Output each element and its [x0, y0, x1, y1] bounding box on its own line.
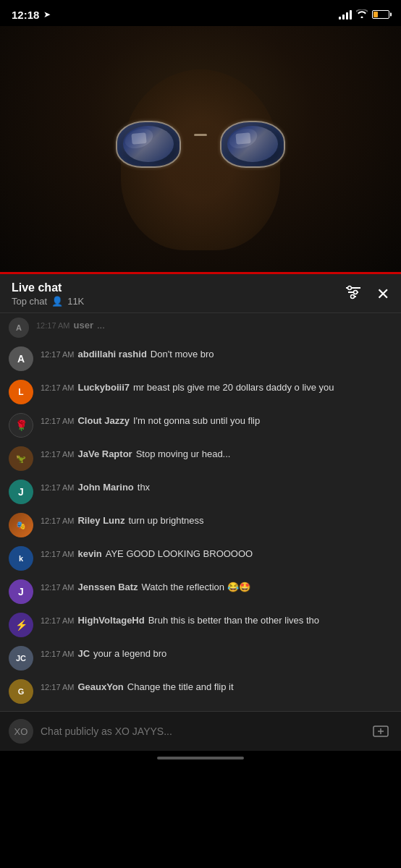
- chat-header-right: ✕: [345, 285, 389, 304]
- close-button[interactable]: ✕: [376, 285, 389, 304]
- chat-input[interactable]: [41, 723, 362, 740]
- chat-message: J 12:17 AM Jenssen Batz Watch the reflec…: [0, 575, 401, 608]
- avatar: JC: [9, 646, 33, 671]
- message-text: I'm not gonna sub until you flip: [133, 414, 260, 427]
- avatar: J: [9, 480, 33, 504]
- video-area: [0, 26, 401, 272]
- chat-message-partial: A 12:17 AM user ...: [0, 316, 401, 342]
- svg-point-5: [351, 295, 355, 299]
- message-text: Bruh this is better than the other lives…: [148, 614, 319, 627]
- message-text: your a legend bro: [93, 647, 166, 660]
- message-time: 12:17 AM: [41, 650, 74, 658]
- chat-message: ⚡ 12:17 AM HighVoltageHd Bruh this is be…: [0, 608, 401, 642]
- message-content: 12:17 AM Riley Lunz turn up brightness: [41, 513, 392, 527]
- people-icon: 👤: [51, 296, 63, 307]
- message-time: 12:17 AM: [41, 550, 74, 558]
- avatar: 🌹: [9, 413, 33, 438]
- chat-messages: A 12:17 AM user ... A 12:17 AM abdillahi…: [0, 313, 401, 711]
- avatar: A: [9, 318, 29, 338]
- home-bar: [157, 757, 244, 760]
- chat-message: k 12:17 AM kevin AYE GOOD LOOKING BROOOO…: [0, 542, 401, 575]
- message-text: turn up brightness: [129, 514, 204, 527]
- avatar: J: [9, 579, 33, 604]
- signal-bar-4: [350, 10, 352, 20]
- status-time: 12:18: [12, 9, 39, 21]
- filter-icon[interactable]: [345, 285, 362, 303]
- super-chat-icon[interactable]: [369, 720, 392, 743]
- glasses: [116, 121, 285, 168]
- message-content: 12:17 AM JaVe Raptor Stop moving ur head…: [41, 446, 392, 461]
- message-text: thx: [138, 481, 150, 494]
- chat-header-left: Live chat Top chat 👤 11K: [12, 281, 84, 307]
- message-time: 12:17 AM: [41, 350, 74, 359]
- message-content: 12:17 AM John Marino thx: [41, 480, 392, 494]
- signal-bar-2: [342, 14, 345, 20]
- message-username: HighVoltageHd: [77, 615, 144, 626]
- avatar: k: [9, 546, 33, 571]
- message-time: 12:17 AM: [41, 616, 74, 625]
- message-username: Jenssen Batz: [77, 582, 138, 592]
- status-icons: [339, 9, 389, 20]
- chat-message: 🎭 12:17 AM Riley Lunz turn up brightness: [0, 509, 401, 542]
- wifi-icon: [356, 9, 368, 20]
- location-icon: ➤: [43, 9, 51, 20]
- chat-subtitle: Top chat 👤 11K: [12, 296, 84, 307]
- message-content: 12:17 AM JC your a legend bro: [41, 646, 392, 660]
- message-time: 12:17 AM: [41, 383, 74, 392]
- message-username: JC: [77, 648, 90, 659]
- svg-point-4: [354, 291, 358, 294]
- message-content: 12:17 AM abdillahi rashid Don't move bro: [41, 346, 392, 361]
- message-username: kevin: [77, 548, 101, 559]
- glasses-bridge: [194, 134, 207, 136]
- video-face: [0, 26, 401, 272]
- message-content: 12:17 AM user ...: [36, 318, 392, 332]
- chat-message: L 12:17 AM Luckyboiii7 mr beast pls give…: [0, 375, 401, 409]
- signal-bars: [339, 9, 352, 20]
- chat-title: Live chat: [12, 281, 84, 294]
- viewer-count: 11K: [67, 296, 84, 307]
- message-time: 12:17 AM: [36, 321, 69, 330]
- avatar: 🦖: [9, 446, 33, 471]
- signal-bar-1: [339, 17, 341, 20]
- message-time: 12:17 AM: [41, 516, 74, 525]
- glasses-lens-left: [116, 121, 181, 168]
- avatar: ⚡: [9, 613, 33, 637]
- chat-input-area: XO: [0, 711, 401, 751]
- svg-point-3: [348, 286, 352, 290]
- message-username: Luckyboiii7: [77, 382, 130, 393]
- battery-fill: [373, 12, 378, 17]
- message-text: Stop moving ur head...: [136, 448, 231, 461]
- chat-message: J 12:17 AM John Marino thx: [0, 475, 401, 509]
- top-chat-label: Top chat: [12, 296, 47, 307]
- avatar: A: [9, 346, 33, 371]
- message-content: 12:17 AM HighVoltageHd Bruh this is bett…: [41, 613, 392, 627]
- message-time: 12:17 AM: [41, 583, 74, 592]
- message-text: ...: [97, 319, 105, 332]
- message-text: Change the title and flip it: [127, 681, 234, 694]
- message-username: Clout Jazzy: [77, 415, 130, 426]
- message-username: John Marino: [77, 482, 133, 493]
- chat-header: Live chat Top chat 👤 11K ✕: [0, 274, 401, 313]
- message-content: 12:17 AM kevin AYE GOOD LOOKING BROOOOO: [41, 546, 392, 561]
- message-content: 12:17 AM Jenssen Batz Watch the reflecti…: [41, 579, 392, 594]
- status-bar: 12:18 ➤: [0, 0, 401, 26]
- chat-message: 🌹 12:17 AM Clout Jazzy I'm not gonna sub…: [0, 409, 401, 442]
- message-username: user: [73, 320, 93, 331]
- message-username: Riley Lunz: [77, 515, 124, 526]
- message-content: 12:17 AM Clout Jazzy I'm not gonna sub u…: [41, 413, 392, 427]
- message-time: 12:17 AM: [41, 483, 74, 492]
- chat-message: A 12:17 AM abdillahi rashid Don't move b…: [0, 342, 401, 375]
- avatar: L: [9, 380, 33, 404]
- input-avatar: XO: [9, 719, 33, 744]
- message-content: 12:17 AM Luckyboiii7 mr beast pls give m…: [41, 380, 392, 394]
- chat-message: G 12:17 AM GeauxYon Change the title and…: [0, 675, 401, 708]
- avatar: 🎭: [9, 513, 33, 537]
- avatar: G: [9, 679, 33, 704]
- message-time: 12:17 AM: [41, 683, 74, 692]
- chat-message: 🦖 12:17 AM JaVe Raptor Stop moving ur he…: [0, 442, 401, 475]
- message-text: mr beast pls give me 20 dollars daddy o …: [133, 381, 334, 394]
- message-text: Watch the reflection 😂🤩: [142, 581, 250, 594]
- home-indicator: [0, 751, 401, 768]
- message-username: abdillahi rashid: [77, 349, 146, 359]
- glasses-lens-right: [220, 121, 285, 168]
